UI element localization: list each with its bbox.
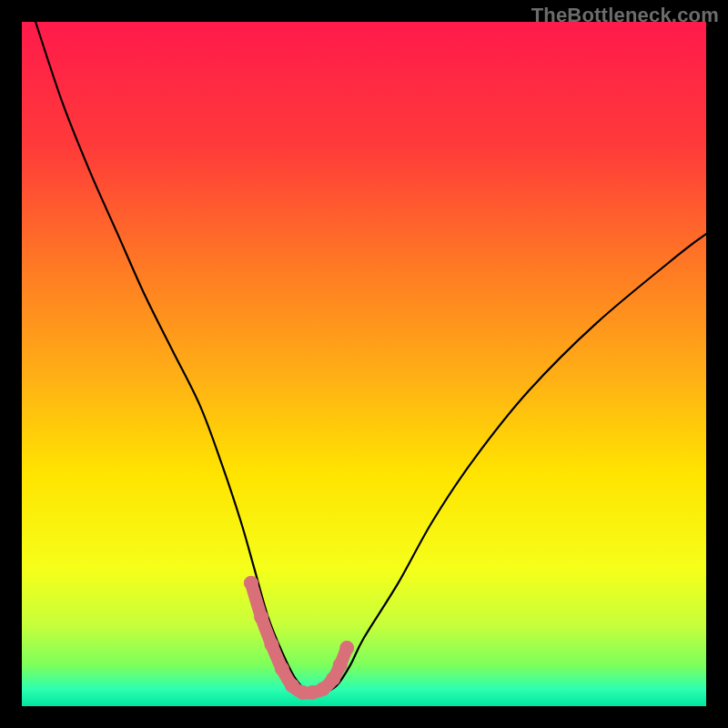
svg-point-3 [264, 637, 278, 652]
svg-point-10 [333, 658, 348, 672]
svg-point-2 [254, 610, 268, 624]
svg-point-9 [326, 672, 340, 686]
svg-point-11 [339, 641, 354, 655]
svg-point-4 [275, 662, 289, 676]
svg-point-1 [244, 576, 258, 591]
svg-point-8 [316, 682, 330, 696]
chart-plot-area [22, 22, 706, 706]
chart-curves [22, 22, 706, 706]
bottleneck-curve [35, 22, 706, 693]
watermark-text: TheBottleneck.com [531, 4, 719, 27]
